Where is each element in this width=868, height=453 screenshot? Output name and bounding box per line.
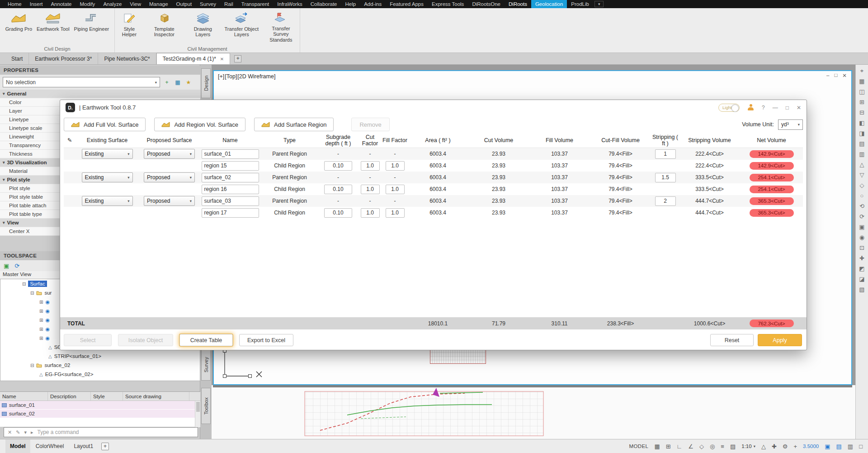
apply-button[interactable]: Apply xyxy=(758,334,802,346)
panel-label-civil-design[interactable]: Civil Design xyxy=(0,46,114,52)
proposed-surface-select[interactable]: Proposed▾ xyxy=(144,196,195,206)
column-name[interactable]: Name xyxy=(0,392,48,401)
menu-diroots[interactable]: DiRoots xyxy=(505,0,531,8)
name-input[interactable] xyxy=(202,161,259,171)
proposed-surface-select[interactable]: Proposed▾ xyxy=(144,172,195,182)
earthwork-tool-button[interactable]: Earthwork Tool xyxy=(35,10,71,43)
palette-tool-icon[interactable]: ⌖ xyxy=(860,68,863,74)
palette-tool-icon[interactable]: ✚ xyxy=(859,255,864,261)
name-input[interactable] xyxy=(202,208,259,218)
visibility-eye-icon[interactable]: ◉ xyxy=(45,326,50,332)
tree-item-surface-02[interactable]: ⊟surface_02 xyxy=(0,361,200,370)
scrollbar-thumb[interactable] xyxy=(196,402,200,412)
column-style[interactable]: Style xyxy=(91,392,123,401)
quick-select-icon[interactable]: ★ xyxy=(184,78,193,86)
snap-mode-icon[interactable]: ⊞ xyxy=(666,443,671,449)
reset-button[interactable]: Reset xyxy=(710,334,754,346)
existing-surface-select[interactable]: Existing▾ xyxy=(82,196,133,206)
command-input[interactable]: Type a command xyxy=(38,429,79,435)
palette-tool-icon[interactable]: ◫ xyxy=(859,89,864,95)
visibility-eye-icon[interactable]: ◉ xyxy=(45,317,50,323)
palette-tool-icon[interactable]: △ xyxy=(860,162,864,167)
existing-surface-select[interactable]: Existing▾ xyxy=(82,149,133,159)
viewport-visual-style-control[interactable]: [2D Wireframe] xyxy=(237,73,275,80)
minimize-icon[interactable]: — xyxy=(773,105,778,111)
table-entity-drawing[interactable] xyxy=(430,348,486,364)
list-item-surface-02[interactable]: surface_02 xyxy=(0,410,200,418)
lineweight-icon[interactable]: ≡ xyxy=(721,443,724,449)
isolate-object-button[interactable]: Isolate Object xyxy=(118,334,173,346)
lineweight-value[interactable]: 3.5000 xyxy=(803,443,819,449)
cut-factor-input[interactable] xyxy=(361,185,380,194)
cut-factor-input[interactable] xyxy=(361,161,380,171)
menu-rail[interactable]: Rail xyxy=(220,0,237,8)
subgrade-input[interactable] xyxy=(324,185,352,194)
palette-tool-icon[interactable]: ⊟ xyxy=(859,110,864,115)
menu-transparent[interactable]: Transparent xyxy=(237,0,274,8)
transfer-object-layers-button[interactable]: Transfer Object Layers xyxy=(223,10,260,43)
new-layout-button[interactable]: + xyxy=(101,443,109,450)
close-icon[interactable]: ✕ xyxy=(8,429,12,435)
transparency-icon[interactable]: ▨ xyxy=(730,443,736,449)
palette-tool-icon[interactable]: ◉ xyxy=(859,234,864,240)
annotation-visibility-icon[interactable]: △ xyxy=(761,443,766,449)
selection-dropdown[interactable]: No selection ▾ xyxy=(3,77,160,87)
menubar-overflow-icon[interactable]: ▾ xyxy=(594,1,604,7)
menu-output[interactable]: Output xyxy=(172,0,196,8)
palette-tool-icon[interactable]: ◨ xyxy=(859,130,864,136)
piping-engineer-button[interactable]: Piping Engineer xyxy=(73,10,111,43)
menu-view[interactable]: View xyxy=(126,0,145,8)
list-item-surface-01[interactable]: surface_01 xyxy=(0,401,200,410)
add-surface-region-button[interactable]: Add Surface Region xyxy=(254,118,334,131)
polar-tracking-icon[interactable]: ∠ xyxy=(688,443,693,449)
menu-analyze[interactable]: Analyze xyxy=(99,0,126,8)
create-table-button[interactable]: Create Table xyxy=(179,334,233,346)
remove-button[interactable]: Remove xyxy=(351,118,389,131)
doc-tab-earthwork-processor[interactable]: Earthwork Processor 3* xyxy=(29,53,98,64)
customize-icon[interactable]: ✎ xyxy=(16,429,20,435)
theme-toggle[interactable]: Light xyxy=(718,104,740,112)
palette-tool-icon[interactable]: ◧ xyxy=(859,120,864,126)
doc-tab-test2grading-active[interactable]: Test2Grading-m 4 (1)* ✕ xyxy=(156,53,230,64)
menu-prodlib[interactable]: ProdLib xyxy=(567,0,593,8)
palette-tool-icon[interactable]: ▣ xyxy=(859,224,864,230)
palette-tool-icon[interactable]: ⟳ xyxy=(859,214,864,219)
menu-survey[interactable]: Survey xyxy=(196,0,220,8)
maximize-icon[interactable]: □ xyxy=(786,105,789,111)
palette-tool-icon[interactable]: ◪ xyxy=(859,276,864,282)
transfer-survey-standards-button[interactable]: Transfer Survey Standards xyxy=(262,10,300,43)
palette-tool-icon[interactable]: ⊞ xyxy=(859,99,864,105)
ortho-mode-icon[interactable]: ∟ xyxy=(677,443,683,449)
palette-tool-icon[interactable]: ⊡ xyxy=(859,245,864,251)
stripping-input[interactable] xyxy=(655,173,676,182)
expand-icon[interactable]: ⊞ xyxy=(39,300,43,305)
subgrade-input[interactable] xyxy=(324,161,352,171)
name-input[interactable] xyxy=(202,149,259,159)
window-minimize-icon[interactable]: ‒ xyxy=(826,72,829,79)
viewport-plus-control[interactable]: [+] xyxy=(218,73,224,80)
isodraft-icon[interactable]: ◇ xyxy=(699,443,704,449)
expand-icon[interactable]: ⊞ xyxy=(39,327,43,332)
close-icon[interactable]: ✕ xyxy=(220,57,224,62)
palette-tool-icon[interactable]: ◩ xyxy=(859,266,864,272)
drawing-layers-button[interactable]: Drawing Layers xyxy=(185,10,221,43)
visibility-eye-icon[interactable]: ◉ xyxy=(45,308,50,314)
name-input[interactable] xyxy=(202,196,259,206)
palette-tool-icon[interactable]: ▤ xyxy=(859,141,864,147)
menu-geolocation[interactable]: Geolocation xyxy=(531,0,567,8)
collapse-icon[interactable]: ⊟ xyxy=(22,281,26,286)
expand-icon[interactable]: ⊞ xyxy=(39,318,43,323)
grid-icon[interactable]: ▦ xyxy=(654,443,660,449)
layout-tab-colorwheel[interactable]: ColorWheel xyxy=(31,439,69,453)
menu-addins[interactable]: Add-ins xyxy=(360,0,386,8)
add-full-vol-surface-button[interactable]: Add Full Vol. Surface xyxy=(64,118,146,131)
window-close-icon[interactable]: ✕ xyxy=(842,72,847,79)
menu-annotate[interactable]: Annotate xyxy=(47,0,75,8)
command-line[interactable]: ✕ ✎ ▾ ▸ Type a command xyxy=(4,427,198,437)
viewport-view-control[interactable]: [Top] xyxy=(225,73,237,80)
export-to-excel-button[interactable]: Export to Excel xyxy=(239,334,293,346)
add-region-vol-surface-button[interactable]: Add Region Vol. Surface xyxy=(154,118,245,131)
menu-dirootsone[interactable]: DiRootsOne xyxy=(468,0,505,8)
pickadd-toggle-icon[interactable]: + xyxy=(163,78,171,86)
active-drawing-icon[interactable]: ▣ xyxy=(4,263,9,269)
